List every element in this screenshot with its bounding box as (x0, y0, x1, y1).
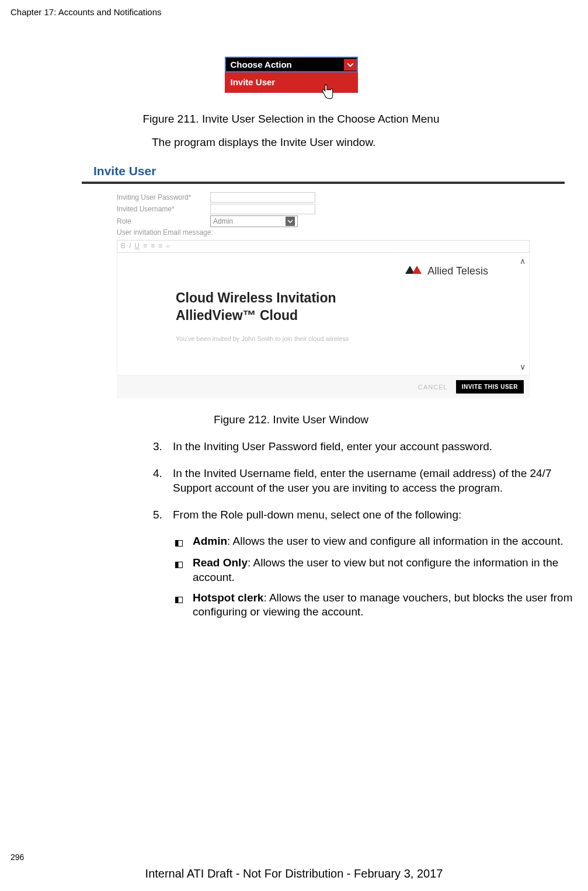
invite-user-menu-item[interactable]: Invite User (225, 72, 358, 93)
step-5-text: From the Role pull-down menu, select one… (173, 507, 461, 523)
choose-action-dropdown[interactable]: Choose Action (225, 57, 358, 72)
figure-211-caption: Figure 211. Invite User Selection in the… (0, 113, 582, 126)
username-input[interactable] (210, 204, 315, 214)
svg-rect-3 (176, 562, 179, 568)
steps-list: 3. In the Inviting User Password field, … (153, 439, 575, 523)
intro-text: The program displays the Invite User win… (152, 136, 570, 149)
email-msg-label: User invitation Email message: (117, 228, 213, 236)
invite-user-window: Invite User Inviting User Password* Invi… (82, 159, 565, 398)
logo-text: Allied Telesis (427, 265, 488, 277)
underline-icon[interactable]: U (134, 242, 140, 251)
logo-mark-icon (404, 264, 424, 278)
rte-toolbar[interactable]: B I U ≡ ≡ ≡ ⟐ (117, 240, 530, 253)
allied-telesis-logo-row: Allied Telesis (176, 264, 506, 278)
allied-telesis-logo: Allied Telesis (404, 264, 488, 278)
role-value: Admin (213, 217, 233, 225)
role-select[interactable]: Admin (210, 215, 298, 227)
page-number: 296 (11, 852, 24, 862)
rte-body-line: You've been invited by John Smith to joi… (176, 335, 506, 342)
choose-action-figure: Choose Action Invite User (225, 57, 358, 93)
link-icon[interactable]: ⟐ (166, 242, 170, 251)
figure-212-caption: Figure 212. Invite User Window (0, 413, 582, 426)
italic-icon[interactable]: I (129, 242, 131, 251)
step-4-text: In the Invited Username field, enter the… (173, 466, 575, 496)
invite-this-user-button[interactable]: INVITE THIS USER (456, 380, 524, 394)
step-4-number: 4. (153, 466, 173, 496)
step-5: 5. From the Role pull-down menu, select … (153, 507, 575, 523)
bold-icon[interactable]: B (121, 242, 126, 251)
page-content: Choose Action Invite User Figure 211. In… (0, 17, 588, 619)
password-label: Inviting User Password* (117, 193, 210, 201)
cancel-button[interactable]: CANCEL (418, 384, 448, 391)
align-right-icon[interactable]: ≡ (158, 242, 162, 251)
bullet-icon (175, 556, 193, 584)
username-label: Invited Username* (117, 205, 210, 213)
password-input[interactable] (210, 192, 315, 203)
bullet-icon (175, 534, 193, 551)
choose-action-label: Choose Action (231, 60, 292, 69)
rte-heading-2: AlliedView™ Cloud (176, 307, 506, 325)
scroll-down-icon[interactable]: ∨ (520, 362, 526, 371)
step-5-number: 5. (153, 507, 173, 523)
svg-rect-1 (176, 540, 179, 546)
role-options-list: Admin: Allows the user to view and confi… (175, 534, 576, 619)
chapter-header: Chapter 17: Accounts and Notifications (0, 0, 588, 17)
align-center-icon[interactable]: ≡ (151, 242, 155, 251)
email-msg-row: User invitation Email message: (117, 228, 565, 236)
role-row: Role Admin (117, 215, 565, 227)
rte-body[interactable]: ∧ Allied Telesis Cloud Wireless Invitati… (117, 253, 530, 375)
bullet-icon (175, 591, 193, 619)
cursor-hand-icon (319, 83, 335, 102)
step-4: 4. In the Invited Username field, enter … (153, 466, 575, 496)
align-left-icon[interactable]: ≡ (143, 242, 147, 251)
role-admin-text: Admin: Allows the user to view and confi… (193, 534, 563, 551)
role-admin-item: Admin: Allows the user to view and confi… (175, 534, 576, 551)
chevron-down-icon (286, 217, 295, 226)
step-3: 3. In the Inviting User Password field, … (153, 439, 575, 454)
rte-heading-1: Cloud Wireless Invitation (176, 290, 506, 307)
role-label: Role (117, 217, 210, 225)
role-readonly-text: Read Only: Allows the user to view but n… (193, 556, 576, 584)
modal-footer: CANCEL INVITE THIS USER (117, 375, 530, 398)
footer-text: Internal ATI Draft - Not For Distributio… (0, 867, 588, 880)
invite-window-title: Invite User (82, 159, 565, 184)
username-row: Invited Username* (117, 204, 565, 214)
role-hotspot-text: Hotspot clerk: Allows the user to manage… (193, 591, 576, 619)
role-readonly-item: Read Only: Allows the user to view but n… (175, 556, 576, 584)
step-3-number: 3. (153, 439, 173, 454)
step-3-text: In the Inviting User Password field, ent… (173, 439, 492, 454)
svg-rect-5 (176, 597, 179, 603)
role-hotspot-item: Hotspot clerk: Allows the user to manage… (175, 591, 576, 619)
chevron-down-icon (344, 59, 357, 71)
password-row: Inviting User Password* (117, 192, 565, 203)
scroll-up-icon[interactable]: ∧ (520, 256, 526, 266)
